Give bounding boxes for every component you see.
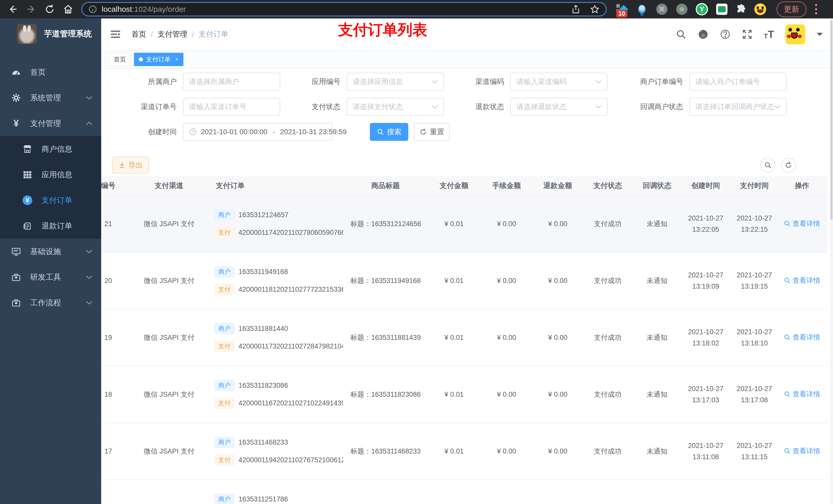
reload-icon[interactable] <box>44 4 55 15</box>
cell-pay-status: 支付成功 <box>583 447 633 456</box>
refund-status-select[interactable]: 请选择退款状态 <box>510 98 608 116</box>
payment-submenu: 商户信息 应用信息 ¥ 支付订单 退款订单 <box>0 136 101 239</box>
avatar[interactable] <box>785 24 805 44</box>
avatar-caret-icon[interactable] <box>817 33 823 39</box>
pay-tag: 支付 <box>214 398 234 409</box>
breadcrumb-home[interactable]: 首页 <box>132 29 146 40</box>
view-detail-link[interactable]: 查看详情 <box>784 389 820 399</box>
sidebar-item-app-info[interactable]: 应用信息 <box>0 162 101 188</box>
chevron-down-icon <box>86 301 93 305</box>
url-bar[interactable]: localhost:1024/pay/order <box>81 2 606 16</box>
sidebar-item-system[interactable]: 系统管理 <box>0 85 101 111</box>
view-detail-link[interactable]: 查看详情 <box>784 447 820 456</box>
magnifier-icon <box>784 334 790 341</box>
sidebar-item-payment[interactable]: ¥ 支付管理 <box>0 111 101 136</box>
pay-status-select[interactable]: 请选择支付状态 <box>347 98 444 116</box>
cell-refund: ¥ 0.00 <box>533 277 583 285</box>
channel-code-select[interactable]: 请输入渠道编码 <box>510 73 608 91</box>
share-icon[interactable] <box>571 4 581 14</box>
search-icon[interactable] <box>676 29 687 40</box>
refresh-table-button[interactable] <box>781 158 796 173</box>
export-button[interactable]: 导出 <box>112 157 149 174</box>
app: 芋道管理系统 首页 系统管理 ¥ 支付管理 <box>0 19 833 504</box>
sidebar-item-home[interactable]: 首页 <box>0 59 101 85</box>
filter-row-2: 渠道订单号 请输入渠道订单号 支付状态 请选择支付状态 退款状态 请选择退款状态… <box>101 98 833 116</box>
date-range-input[interactable]: 2021-10-01 00:00:00 - 2021-10-31 23:59:5… <box>183 123 333 141</box>
filter-pay-status: 支付状态 请选择支付状态 <box>302 98 444 116</box>
merchant-tag: 商户 <box>214 323 234 334</box>
extension-chat-icon[interactable] <box>716 3 728 15</box>
cell-refund: ¥ 0.00 <box>533 448 583 455</box>
bookmark-star-icon[interactable] <box>590 4 600 14</box>
cell-refund: ¥ 0.00 <box>533 334 583 342</box>
search-button[interactable]: 搜索 <box>370 123 408 141</box>
view-detail-link[interactable]: 查看详情 <box>784 219 820 228</box>
cell-pay-time: 2021-10-27 13:17:08 <box>730 383 779 406</box>
sidebar-item-refund-order[interactable]: 退款订单 <box>0 213 101 239</box>
page-scrollbar[interactable] <box>830 19 833 504</box>
sidebar-item-pay-order[interactable]: ¥ 支付订单 <box>0 188 101 213</box>
cell-id: 17 <box>101 448 129 455</box>
logo-avatar <box>17 24 37 44</box>
tab-home[interactable]: 首页 <box>109 53 131 66</box>
cell-channel: 微信 JSAPI 支付 <box>129 447 209 456</box>
cell-pay-order: 商户 1635311251786 支付 <box>209 494 343 504</box>
scrollbar-thumb[interactable] <box>830 20 832 220</box>
toggle-search-button[interactable] <box>761 158 776 173</box>
app-select[interactable]: 请选择应用信息 <box>347 73 444 91</box>
help-icon[interactable] <box>720 29 731 40</box>
sidebar-item-workflow[interactable]: 工作流程 <box>0 290 101 315</box>
home-icon[interactable] <box>63 4 74 15</box>
sidebar-item-merchant-info[interactable]: 商户信息 <box>0 136 101 162</box>
cell-refund: ¥ 0.00 <box>533 220 583 228</box>
view-detail-link[interactable]: 查看详情 <box>784 276 820 285</box>
tags-view-bar: 首页 支付订单 × <box>101 50 833 69</box>
cell-pay-time: 2021-10-27 13:11:15 <box>730 440 779 462</box>
col-header-refund: 退款金额 <box>533 181 583 191</box>
main-panel: 首页 / 支付管理 / 支付订单 支付订单列表 TT <box>101 19 833 504</box>
filter-merchant: 所属商户 请选择所属商户 <box>133 73 280 91</box>
sidebar-item-infrastructure[interactable]: 基础设施 <box>0 239 101 264</box>
merchant-select[interactable]: 请选择所属商户 <box>183 73 280 91</box>
cell-actions: 查看详情 <box>779 447 825 456</box>
sidebar-toggle-icon[interactable] <box>111 30 121 39</box>
back-icon[interactable] <box>7 4 19 15</box>
extension-record-icon[interactable] <box>676 3 688 15</box>
cell-pay-status: 支付成功 <box>583 219 633 229</box>
view-detail-link[interactable]: 查看详情 <box>784 333 820 342</box>
merchant-order-no-input[interactable]: 请输入商户订单编号 <box>689 73 787 91</box>
fullscreen-icon[interactable] <box>742 29 753 40</box>
cell-amount: ¥ 0.01 <box>428 277 480 285</box>
cell-title: 标题：1635311949168 <box>343 276 428 285</box>
sidebar-item-dev-tools[interactable]: 研发工具 <box>0 264 101 290</box>
cell-create-time: 2021-10-27 13:18:02 <box>681 326 730 349</box>
cell-pay-time: 2021-10-27 13:18:10 <box>730 326 779 349</box>
github-icon[interactable] <box>698 29 709 40</box>
extensions-puzzle-icon[interactable] <box>736 4 746 15</box>
extension-balloon-icon[interactable] <box>636 3 648 15</box>
magnifier-icon <box>784 220 790 227</box>
forward-icon[interactable] <box>26 4 37 15</box>
download-icon <box>118 162 125 169</box>
chevron-up-icon <box>86 121 93 125</box>
browser-update-button[interactable]: 更新 <box>777 2 806 17</box>
breadcrumb-payment[interactable]: 支付管理 <box>158 29 187 40</box>
col-header-fee: 手续金额 <box>480 181 533 191</box>
close-tab-icon[interactable]: × <box>175 56 178 63</box>
pay-order-no: 4200001181202110277723215336 <box>238 286 343 293</box>
cell-create-time: 2021-10-27 13:22:05 <box>681 213 730 235</box>
reset-button[interactable]: 重置 <box>414 123 450 141</box>
table-row: 商户 1635311251786 支付 <box>101 480 827 504</box>
extension-y-icon[interactable]: Y <box>696 3 708 15</box>
extension-emoji-icon[interactable] <box>754 3 766 15</box>
navbar: 首页 / 支付管理 / 支付订单 支付订单列表 TT <box>101 19 833 50</box>
pay-order-no: 4200001173202110272847982104 <box>238 342 343 350</box>
notify-status-select[interactable]: 请选择订单回调商户状态 <box>689 98 787 116</box>
tab-pay-order[interactable]: 支付订单 × <box>134 53 184 66</box>
site-info-icon[interactable] <box>88 5 97 14</box>
extension-command-icon[interactable]: ⌘ <box>656 3 668 15</box>
extension-diamond-icon[interactable]: 10 <box>616 3 628 15</box>
font-size-icon[interactable]: TT <box>764 29 774 40</box>
channel-order-no-input[interactable]: 请输入渠道订单号 <box>183 98 280 116</box>
browser-menu-icon[interactable] <box>815 4 818 14</box>
